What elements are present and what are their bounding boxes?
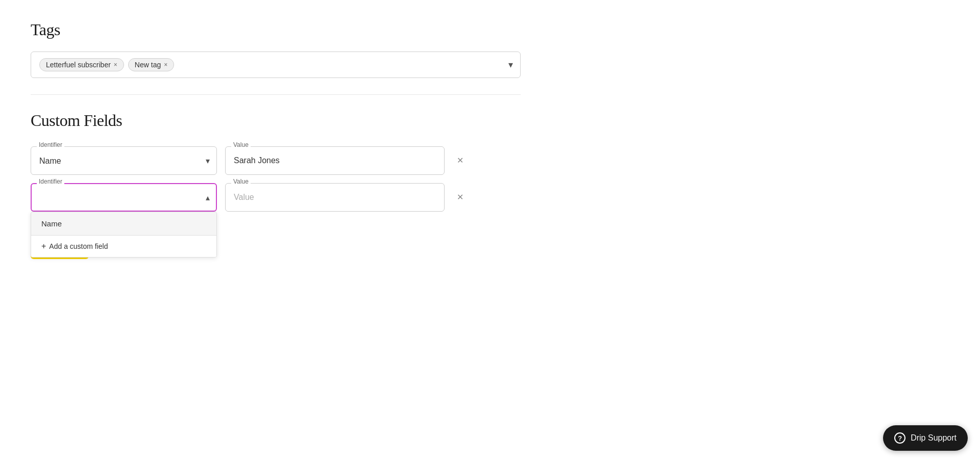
tag-chip-letterfuel: Letterfuel subscriber × [39, 58, 124, 71]
identifier-group-2: Identifier Name ▴ [31, 183, 217, 212]
identifier-select-2[interactable]: Name [31, 183, 217, 212]
field-row-2-wrapper: Identifier Name ▴ Value ✕ Name + Add a c… [31, 183, 521, 212]
add-custom-field-label: Add a custom field [49, 242, 108, 250]
section-divider [31, 94, 521, 95]
identifier-group-1: Identifier Name ▾ [31, 146, 217, 175]
drip-support-icon: ? [894, 432, 905, 444]
value-label-1: Value [231, 141, 251, 148]
tags-section-title: Tags [31, 20, 521, 39]
value-input-1[interactable] [225, 146, 445, 175]
dropdown-add-custom-field[interactable]: + Add a custom field [31, 235, 216, 257]
value-label-2: Value [231, 178, 251, 185]
identifier-label-2: Identifier [37, 178, 64, 185]
tags-container[interactable]: Letterfuel subscriber × New tag × ▾ [31, 52, 521, 78]
value-input-2[interactable] [225, 183, 445, 212]
tag-remove-letterfuel[interactable]: × [114, 62, 117, 68]
identifier-label-1: Identifier [37, 141, 64, 148]
tag-remove-new-tag[interactable]: × [164, 62, 167, 68]
main-content: Tags Letterfuel subscriber × New tag × ▾… [0, 0, 551, 279]
value-group-2: Value [225, 183, 445, 212]
dropdown-item-name[interactable]: Name [31, 212, 216, 235]
tag-chip-new-tag: New tag × [128, 58, 174, 71]
tag-label: Letterfuel subscriber [46, 61, 111, 69]
field-row-1: Identifier Name ▾ Value ✕ [31, 146, 521, 175]
custom-fields-title: Custom Fields [31, 111, 521, 130]
tag-label: New tag [135, 61, 161, 69]
tags-list: Letterfuel subscriber × New tag × [39, 58, 512, 71]
identifier-select-1[interactable]: Name [31, 146, 217, 175]
identifier-dropdown-menu: Name + Add a custom field [31, 212, 217, 258]
tags-dropdown-arrow-icon[interactable]: ▾ [508, 59, 513, 70]
remove-row-2-button[interactable]: ✕ [453, 189, 468, 205]
value-group-1: Value [225, 146, 445, 175]
add-plus-icon: + [41, 242, 46, 251]
drip-support-button[interactable]: ? Drip Support [883, 425, 968, 451]
drip-support-label: Drip Support [911, 433, 957, 443]
field-row-2: Identifier Name ▴ Value ✕ [31, 183, 521, 212]
remove-row-1-button[interactable]: ✕ [453, 152, 468, 169]
